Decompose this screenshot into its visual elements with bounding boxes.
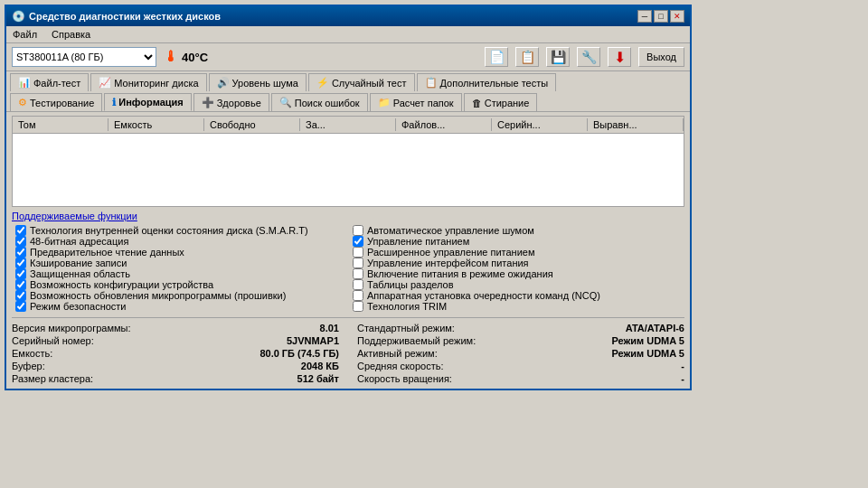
checkbox-item: Автоматическое управление шумом <box>353 225 681 236</box>
feature-checkbox[interactable] <box>15 290 26 301</box>
checkbox-item: Аппаратная установка очередности команд … <box>353 290 681 301</box>
tabs-row1: 📊 Файл-тест 📈 Мониторинг диска 🔊 Уровень… <box>6 71 690 91</box>
tab-erase[interactable]: 🗑 Стирание <box>464 93 538 111</box>
info-label: Активный режим: <box>357 348 438 359</box>
tab-information-label: Информация <box>118 97 183 108</box>
feature-checkbox[interactable] <box>15 236 26 247</box>
feature-label: Возможность конфигурации устройства <box>30 279 213 290</box>
tabs-row2: ⚙ Тестирование ℹ Информация ➕ Здоровье 🔍… <box>6 91 690 112</box>
info-label: Емкость: <box>12 348 52 359</box>
close-button[interactable]: ✕ <box>670 10 684 23</box>
maximize-button[interactable]: □ <box>654 10 668 23</box>
tab-noise[interactable]: 🔊 Уровень шума <box>209 73 307 91</box>
info-row: Серийный номер:5JVNMAP1 <box>12 334 339 347</box>
checkbox-item: Возможность обновления микропрограммы (п… <box>15 290 344 301</box>
feature-label: Возможность обновления микропрограммы (п… <box>30 290 286 301</box>
info-row: Версия микропрограммы:8.01 <box>12 322 339 334</box>
toolbar-btn-5[interactable]: ⬇ <box>608 47 631 67</box>
checkbox-item: Технология TRIM <box>353 301 681 312</box>
feature-checkbox[interactable] <box>353 247 363 258</box>
feature-label: Аппаратная установка очередности команд … <box>367 290 600 301</box>
menu-file[interactable]: Файл <box>10 28 40 41</box>
tab-health[interactable]: ➕ Здоровье <box>193 93 269 111</box>
checkbox-item: 48-битная адресация <box>15 236 344 247</box>
info-value: ATA/ATAPI-6 <box>626 323 684 333</box>
feature-checkbox[interactable] <box>15 279 26 290</box>
tab-advanced-tests[interactable]: 📋 Дополнительные тесты <box>417 73 557 91</box>
col-capacity: Емкость <box>108 118 204 131</box>
info-section: Версия микропрограммы:8.01Серийный номер… <box>12 317 684 385</box>
feature-label: 48-битная адресация <box>30 236 128 247</box>
feature-label: Включение питания в режиме ожидания <box>367 268 553 279</box>
checkbox-item: Управление интерфейсом питания <box>353 258 681 268</box>
tab-find-errors[interactable]: 🔍 Поиск ошибок <box>271 93 368 111</box>
tab-find-errors-label: Поиск ошибок <box>295 98 360 108</box>
info-value: Режим UDMA 5 <box>611 335 684 346</box>
feature-checkbox[interactable] <box>15 301 26 312</box>
file-test-icon: 📊 <box>18 77 31 89</box>
info-label: Версия микропрограммы: <box>12 323 131 333</box>
tab-monitoring[interactable]: 📈 Мониторинг диска <box>90 73 206 91</box>
info-label: Серийный номер: <box>12 335 94 346</box>
tab-calc-folders[interactable]: 📁 Расчет папок <box>370 93 462 111</box>
checkbox-item: Расширенное управление питанием <box>353 247 681 258</box>
feature-checkbox[interactable] <box>15 225 26 236</box>
info-row: Размер кластера:512 байт <box>12 372 339 385</box>
feature-checkbox[interactable] <box>353 236 363 247</box>
feature-checkbox[interactable] <box>353 258 363 268</box>
menu-bar: Файл Справка <box>6 26 690 43</box>
tab-testing[interactable]: ⚙ Тестирование <box>10 93 102 111</box>
title-bar-icon: 💿 <box>12 10 25 23</box>
tab-information[interactable]: ℹ Информация <box>104 93 191 111</box>
main-window: 💿 Средство диагностики жестких дисков ─ … <box>5 5 692 390</box>
temperature-value: 40°C <box>182 51 208 64</box>
feature-checkbox[interactable] <box>353 290 363 301</box>
tab-monitoring-label: Мониторинг диска <box>114 78 198 89</box>
feature-checkbox[interactable] <box>353 279 363 290</box>
temperature-display: 🌡 40°C <box>164 49 208 65</box>
find-errors-icon: 🔍 <box>279 97 292 108</box>
toolbar: ST380011A (80 ГБ) 🌡 40°C 📄 📋 💾 🔧 ⬇ Выход <box>6 43 690 71</box>
checkbox-item: Кэширование записи <box>15 258 344 268</box>
monitoring-icon: 📈 <box>99 77 111 89</box>
feature-checkbox[interactable] <box>15 268 26 279</box>
drive-selector[interactable]: ST380011A (80 ГБ) <box>12 47 156 67</box>
minimize-button[interactable]: ─ <box>637 10 652 23</box>
feature-checkbox[interactable] <box>15 247 26 258</box>
toolbar-btn-1[interactable]: 📄 <box>485 47 508 67</box>
info-value: Режим UDMA 5 <box>611 348 684 359</box>
feature-label: Автоматическое управление шумом <box>367 225 534 236</box>
toolbar-btn-4[interactable]: 🔧 <box>577 47 600 67</box>
tab-calc-folders-label: Расчет папок <box>393 98 454 108</box>
calc-folders-icon: 📁 <box>378 97 391 108</box>
checkbox-item: Включение питания в режиме ожидания <box>353 268 681 279</box>
checkbox-item: Защищенная область <box>15 268 344 279</box>
col-volume: Том <box>13 118 108 131</box>
feature-checkbox[interactable] <box>15 258 26 268</box>
checkbox-item: Технология внутренней оценки состояния д… <box>15 225 344 236</box>
advanced-tests-icon: 📋 <box>425 77 438 89</box>
toolbar-btn-3[interactable]: 💾 <box>546 47 570 67</box>
tab-random-test[interactable]: ⚡ Случайный тест <box>308 73 415 91</box>
tab-file-test[interactable]: 📊 Файл-тест <box>10 73 89 91</box>
supported-title[interactable]: Поддерживаемые функции <box>12 211 684 221</box>
feature-label: Режим безопасности <box>30 301 127 312</box>
info-label: Скорость вращения: <box>357 373 452 384</box>
tab-testing-label: Тестирование <box>30 98 94 108</box>
window-title: Средство диагностики жестких дисков <box>29 11 221 22</box>
exit-button[interactable]: Выход <box>638 47 684 67</box>
toolbar-btn-2[interactable]: 📋 <box>515 47 539 67</box>
info-row: Буфер:2048 КБ <box>12 360 339 372</box>
info-value: 80.0 ГБ (74.5 ГБ) <box>259 348 339 359</box>
table-body <box>13 134 684 206</box>
tab-file-test-label: Файл-тест <box>33 78 80 89</box>
menu-help[interactable]: Справка <box>49 28 93 41</box>
erase-icon: 🗑 <box>472 98 482 108</box>
col-files: Файлов... <box>396 118 492 131</box>
feature-checkbox[interactable] <box>353 225 363 236</box>
col-align: Выравн... <box>588 118 684 131</box>
feature-checkbox[interactable] <box>353 301 363 312</box>
feature-checkbox[interactable] <box>353 268 363 279</box>
col-serial: Серийн... <box>492 118 588 131</box>
title-bar-title: 💿 Средство диагностики жестких дисков <box>12 10 221 23</box>
